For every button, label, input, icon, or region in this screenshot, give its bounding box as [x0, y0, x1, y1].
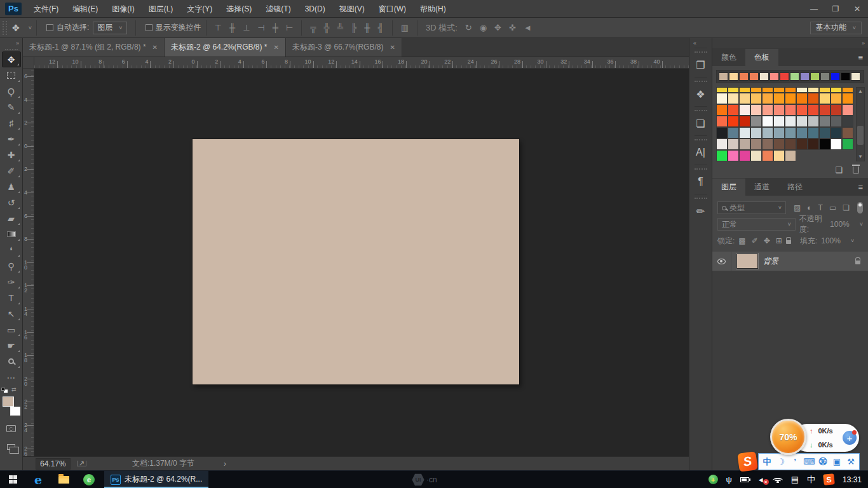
foreground-color-swatch[interactable]	[3, 396, 14, 407]
swatch-0-2[interactable]	[739, 87, 750, 93]
swap-colors-icon[interactable]: ⇄	[11, 386, 17, 393]
recent-swatch-0[interactable]	[719, 72, 728, 81]
zoom-tool[interactable]	[2, 353, 21, 369]
distribute-icon-3[interactable]: ╠	[347, 23, 360, 32]
recent-swatch-9[interactable]	[810, 72, 820, 81]
swatch-3-1[interactable]	[728, 116, 739, 127]
soft-keyboard-icon[interactable]: ⌨	[803, 457, 815, 466]
lock-kind-icon-0[interactable]: ▩	[738, 236, 745, 245]
swatch-6-0[interactable]	[716, 150, 728, 161]
swatch-2-5[interactable]	[773, 104, 785, 116]
menu-item-6[interactable]: 滤镜(T)	[259, 0, 297, 18]
filter-kind-icon-1[interactable]: ◐	[807, 203, 811, 212]
align-icon-3[interactable]: ⊣	[254, 23, 268, 32]
minimize-button[interactable]: —	[803, 0, 825, 18]
toolbar-expand-button[interactable]: »	[16, 38, 22, 46]
auto-select-checkbox[interactable]	[46, 24, 53, 31]
distribute-icon-4[interactable]: ╫	[360, 23, 374, 32]
3d-mode-icon-2[interactable]: ✥	[491, 23, 505, 32]
panel-menu-icon[interactable]: ≡	[858, 49, 863, 66]
swatch-4-5[interactable]	[773, 127, 785, 139]
distribute-icon-0[interactable]: ╦	[306, 23, 320, 32]
swatch-3-7[interactable]	[796, 116, 808, 127]
swatch-6-1[interactable]	[728, 150, 739, 161]
swatch-4-9[interactable]	[819, 127, 831, 139]
canvas-artboard[interactable]	[193, 139, 519, 384]
swatch-3-6[interactable]	[785, 116, 796, 127]
3d-mode-icon-4[interactable]: ◄	[520, 23, 536, 32]
recent-swatch-6[interactable]	[780, 72, 789, 81]
filter-toggle-switch[interactable]	[857, 202, 863, 214]
swatch-2-4[interactable]	[762, 104, 773, 116]
eraser-tool[interactable]: ▰	[2, 210, 21, 226]
fullwidth-toggle-icon[interactable]: ☽	[775, 457, 787, 466]
swatch-3-9[interactable]	[819, 116, 831, 127]
login-icon[interactable]: ㊱	[817, 457, 829, 466]
dodge-tool[interactable]: ⚲	[2, 258, 21, 274]
swatch-6-4[interactable]	[762, 150, 773, 161]
tab-layers[interactable]: 图层	[712, 179, 745, 196]
filter-kind-icon-2[interactable]: T	[818, 203, 823, 212]
swatch-2-8[interactable]	[808, 104, 819, 116]
browser-360-button[interactable]: e	[76, 471, 102, 488]
swatch-1-4[interactable]	[762, 93, 773, 104]
hand-tool[interactable]: ☛	[2, 337, 21, 353]
document-tab-1[interactable]: 未标题-1 @ 87.1% (组 2, RGB/8) *✕	[23, 38, 165, 57]
swatch-3-11[interactable]	[842, 116, 853, 127]
history-panel-icon[interactable]: ❒	[696, 57, 705, 73]
brush-tool[interactable]: ✐	[2, 163, 21, 179]
edge-taskbar-button[interactable]: e	[25, 471, 51, 488]
swatch-3-10[interactable]	[831, 116, 842, 127]
skin-icon[interactable]: ▣	[831, 457, 843, 466]
file-explorer-button[interactable]	[51, 471, 76, 488]
distribute-icon-1[interactable]: ╬	[320, 23, 334, 32]
ime-indicator[interactable]: 中	[807, 474, 815, 485]
swatch-2-9[interactable]	[819, 104, 831, 116]
swatch-5-2[interactable]	[739, 139, 750, 150]
notification-icon[interactable]: ▤	[791, 475, 799, 484]
crop-tool[interactable]: ♯	[2, 115, 21, 131]
swatch-6-2[interactable]	[739, 150, 750, 161]
swatch-4-8[interactable]	[808, 127, 819, 139]
3d-mode-icon-0[interactable]: ↻	[461, 23, 476, 32]
swatch-0-3[interactable]	[750, 87, 762, 93]
swatch-4-11[interactable]	[842, 127, 853, 139]
tool-preset-caret[interactable]: ˅	[29, 25, 32, 31]
accelerate-button[interactable]: +	[843, 431, 857, 445]
recent-swatch-4[interactable]	[759, 72, 769, 81]
volume-muted-icon[interactable]: ◄✕	[757, 476, 764, 484]
swatch-5-6[interactable]	[785, 139, 796, 150]
ime-lang-toggle-icon[interactable]: 中	[761, 456, 773, 468]
recent-swatch-10[interactable]	[820, 72, 830, 81]
screen-mode-button[interactable]	[2, 439, 21, 455]
restore-button[interactable]: ❐	[825, 0, 846, 18]
swatch-2-3[interactable]	[750, 104, 762, 116]
swatch-3-5[interactable]	[773, 116, 785, 127]
distribute-spacing-icon[interactable]: ▥	[397, 23, 412, 32]
menu-item-1[interactable]: 编辑(E)	[65, 0, 105, 18]
ruler-origin-corner[interactable]	[23, 57, 34, 69]
recent-swatch-7[interactable]	[790, 72, 799, 81]
close-icon[interactable]: ✕	[153, 44, 158, 51]
swatch-0-4[interactable]	[762, 87, 773, 93]
swatch-4-7[interactable]	[796, 127, 808, 139]
tab-channels[interactable]: 通道	[745, 179, 778, 196]
photoshop-task-button[interactable]: Ps 未标题-2 @ 64.2%(R...	[104, 471, 208, 488]
swatch-2-1[interactable]	[728, 104, 739, 116]
recent-swatch-12[interactable]	[841, 72, 850, 81]
swatch-2-6[interactable]	[785, 104, 796, 116]
recent-swatch-3[interactable]	[749, 72, 759, 81]
layer-visibility-toggle[interactable]	[712, 252, 731, 271]
swatch-5-11[interactable]	[842, 139, 853, 150]
rectangular-marquee-tool[interactable]	[2, 67, 21, 83]
swatch-3-3[interactable]	[750, 116, 762, 127]
swatch-6-3[interactable]	[750, 150, 762, 161]
vertical-ruler[interactable]: 642024681 01 21 41 61 82 02 22 42 6	[23, 69, 34, 456]
recent-swatch-5[interactable]	[770, 72, 779, 81]
menu-item-5[interactable]: 选择(S)	[219, 0, 259, 18]
align-icon-5[interactable]: ⊢	[282, 23, 297, 32]
swatch-5-0[interactable]	[716, 139, 728, 150]
lock-kind-icon-1[interactable]: ✐	[752, 236, 758, 245]
swatch-5-5[interactable]	[773, 139, 785, 150]
new-swatch-button[interactable]: ❏	[835, 165, 843, 175]
